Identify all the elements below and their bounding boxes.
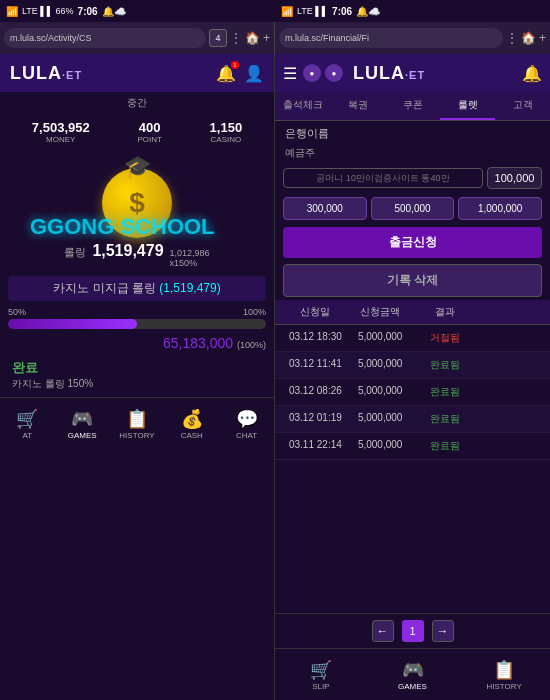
nav-label-history: HISTORY [119,431,154,440]
stat-casino-label: CASINO [210,135,243,144]
depositor-section-label: 예금주 [275,143,550,163]
td-amount-4: 5,000,000 [348,439,413,453]
progress-bar-bg [8,319,266,329]
user-icon[interactable]: 👤 [244,64,264,83]
rolling-label: 롤링 [64,245,86,260]
tab-count-left[interactable]: 4 [209,29,227,47]
tab-roulette[interactable]: 룰렛 [440,92,495,120]
status-time-left: 7:06 [78,6,98,17]
right-panel: ☰ ● ● LULA·ET 🔔 출석체크 복권 쿠폰 [275,54,550,700]
td-result-1: 완료됨 [413,358,478,372]
tab-customer[interactable]: 고객 [495,92,550,120]
browser-home-right[interactable]: 🏠 [521,31,536,45]
th-extra [477,305,542,319]
tab-attendance-label: 출석체크 [283,99,323,110]
status-icons-left: 📶 [6,6,18,17]
browser-plus-left[interactable]: + [263,31,270,45]
browser-menu-left[interactable]: ⋮ [230,31,242,45]
browser-menu-right[interactable]: ⋮ [506,31,518,45]
th-date: 신청일 [283,305,348,319]
table-row: 03.12 08:26 5,000,000 완료됨 [275,379,550,406]
status-signal-right: LTE ▌▌ [297,6,328,16]
table-row: 03.12 01:19 5,000,000 완료됨 [275,406,550,433]
notification-badge[interactable]: 🔔 1 [216,64,236,83]
quick-btn-300k[interactable]: 300,000 [283,197,367,220]
url-text-left: m.lula.sc/Activity/CS [10,33,92,43]
status-icons-right: 📶 [281,6,293,17]
td-action-2 [477,385,542,399]
right-history-icon: 📋 [493,659,515,681]
tab-coupon[interactable]: 쿠폰 [385,92,440,120]
right-header: ☰ ● ● LULA·ET 🔔 [275,54,550,92]
nav-item-games[interactable]: 🎮 GAMES [55,404,110,444]
status-extra-right: 🔔☁️ [356,6,380,17]
tab-customer-label: 고객 [513,99,533,110]
th-result: 결과 [413,305,478,319]
stats-row: 7,503,952 MONEY 400 POINT 1,150 CASINO [0,114,274,150]
withdraw-button[interactable]: 출금신청 [283,227,542,258]
td-amount-0: 5,000,000 [348,331,413,345]
cash-icon: 💰 [181,408,203,430]
amount-input-field[interactable] [283,168,483,188]
browser-plus-right[interactable]: + [539,31,546,45]
th-amount: 신청금액 [348,305,413,319]
quick-amounts: 300,000 500,000 1,000,000 [275,193,550,224]
right-bottom-nav: 🛒 SLIP 🎮 GAMES 📋 HISTORY [275,648,550,700]
hamburger-icon[interactable]: ☰ [283,64,297,83]
url-bar-right[interactable]: m.lula.sc/Financial/Fi [279,28,503,48]
tab-attendance[interactable]: 출석체크 [275,92,330,120]
td-result-0: 거절됨 [413,331,478,345]
right-notification-badge[interactable]: 🔔 [522,64,542,83]
right-nav-games[interactable]: 🎮 GAMES [367,655,459,695]
browser-home-left[interactable]: 🏠 [245,31,260,45]
quick-btn-1m[interactable]: 1,000,000 [458,197,542,220]
td-date-2: 03.12 08:26 [283,385,348,399]
games-icon: 🎮 [71,408,93,430]
nav-item-history[interactable]: 📋 HISTORY [110,404,165,444]
quick-btn-500k[interactable]: 500,000 [371,197,455,220]
amount-sub: (100%) [237,340,266,350]
right-header-icons: 🔔 [522,64,542,83]
amount-input-row: 100,000 [275,163,550,193]
next-page-btn[interactable]: → [432,620,454,642]
td-action-0 [477,331,542,345]
td-date-3: 03.12 01:19 [283,412,348,426]
complete-sub: 카지노 롤링 150% [12,377,262,391]
prev-page-btn[interactable]: ← [372,620,394,642]
right-nav-label-games: GAMES [398,682,427,691]
complete-label: 완료 [12,359,262,377]
right-bell-icon: 🔔 [522,65,542,82]
right-nav-label-history: HISTORY [487,682,522,691]
circle-icon-2[interactable]: ● [325,64,343,82]
stat-money-label: MONEY [32,135,90,144]
right-nav-history[interactable]: 📋 HISTORY [458,655,550,695]
delete-button[interactable]: 기록 삭제 [283,264,542,297]
nav-item-cash[interactable]: 💰 CASH [164,404,219,444]
status-signal-left: LTE ▌▌ 66% [22,6,74,16]
nav-item-chat[interactable]: 💬 CHAT [219,404,274,444]
rolling-sub-value: 1,012,986 [170,248,210,258]
tab-lottery[interactable]: 복권 [330,92,385,120]
browser-left: m.lula.sc/Activity/CS 4 ⋮ 🏠 + [0,22,275,54]
tab-roulette-label: 룰렛 [458,99,478,110]
url-bar-left[interactable]: m.lula.sc/Activity/CS [4,28,206,48]
stat-casino: 1,150 CASINO [210,120,243,144]
status-extra-left: 🔔☁️ [102,6,126,17]
rolling-value: 1,519,479 [92,242,163,260]
amount-display: 65,183,000 (100%) [0,333,274,353]
circle-icon-1[interactable]: ● [303,64,321,82]
td-amount-2: 5,000,000 [348,385,413,399]
right-nav-slip[interactable]: 🛒 SLIP [275,655,367,695]
td-result-4: 완료됨 [413,439,478,453]
hat-icon: 🎓 [124,154,151,180]
stat-point-value: 400 [137,120,161,135]
td-result-2: 완료됨 [413,385,478,399]
right-logo: LULA·ET [353,63,425,84]
progress-section: 50% 100% [0,305,274,333]
progress-left-label: 50% [8,307,26,317]
progress-labels: 50% 100% [8,307,266,317]
nav-item-slip[interactable]: 🛒 AT [0,404,55,444]
right-tabs: 출석체크 복권 쿠폰 룰렛 고객 [275,92,550,121]
td-action-1 [477,358,542,372]
table-header: 신청일 신청금액 결과 [275,300,550,325]
